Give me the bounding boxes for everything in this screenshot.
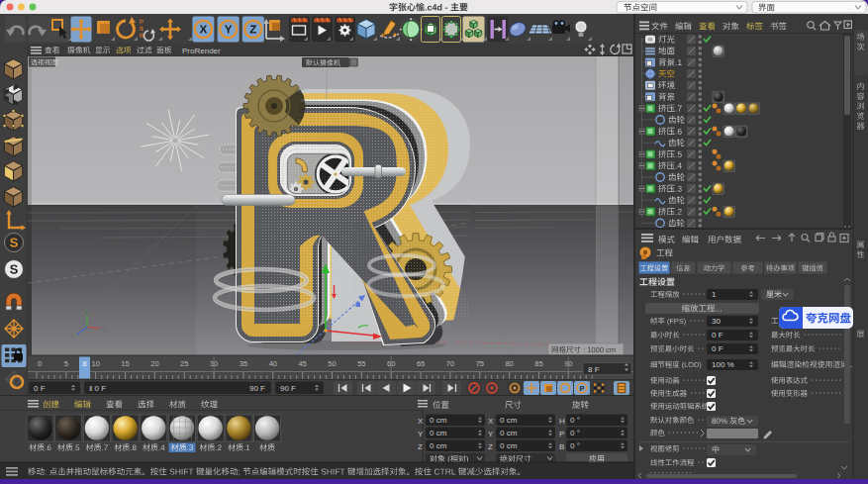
svg-text:100 %: 100 % bbox=[712, 360, 734, 369]
svg-text:x: x bbox=[102, 327, 105, 333]
svg-text:25: 25 bbox=[180, 359, 188, 368]
svg-text:X: X bbox=[418, 417, 424, 426]
svg-text:55: 55 bbox=[357, 359, 365, 368]
svg-text:65: 65 bbox=[417, 359, 425, 368]
svg-text:0 °: 0 ° bbox=[570, 429, 580, 437]
svg-text:50: 50 bbox=[328, 359, 336, 368]
svg-text:90 F: 90 F bbox=[249, 384, 265, 393]
svg-text:y: y bbox=[84, 308, 87, 314]
svg-text:8: 8 bbox=[82, 359, 87, 368]
svg-text:85: 85 bbox=[534, 359, 542, 368]
svg-text:90 F: 90 F bbox=[280, 384, 296, 393]
svg-text:35: 35 bbox=[240, 359, 247, 368]
svg-text:Y: Y bbox=[488, 430, 494, 438]
svg-text:5: 5 bbox=[64, 359, 68, 368]
svg-text:Y: Y bbox=[418, 430, 424, 438]
svg-text:0 F: 0 F bbox=[712, 331, 723, 339]
svg-text:0 cm: 0 cm bbox=[430, 429, 447, 437]
svg-text:70: 70 bbox=[446, 359, 454, 368]
svg-text:0 cm: 0 cm bbox=[500, 429, 518, 437]
svg-text:15: 15 bbox=[121, 359, 129, 368]
svg-text:0 cm: 0 cm bbox=[430, 441, 447, 450]
svg-text:40: 40 bbox=[269, 359, 277, 368]
svg-text:0 cm: 0 cm bbox=[430, 416, 447, 425]
svg-text:H: H bbox=[559, 417, 565, 426]
svg-text:0 °: 0 ° bbox=[570, 441, 580, 450]
svg-text:Z: Z bbox=[418, 442, 423, 451]
svg-text:80: 80 bbox=[505, 359, 513, 368]
svg-text:1: 1 bbox=[712, 290, 717, 299]
svg-text:ProRender: ProRender bbox=[182, 47, 221, 55]
svg-text:20: 20 bbox=[150, 359, 158, 368]
svg-text:B: B bbox=[559, 442, 564, 451]
svg-text:0 cm: 0 cm bbox=[500, 416, 518, 425]
svg-text:75: 75 bbox=[476, 359, 484, 368]
svg-text:Z: Z bbox=[488, 442, 493, 451]
svg-text:0 F: 0 F bbox=[34, 384, 46, 393]
svg-text:0 cm: 0 cm bbox=[500, 441, 518, 450]
svg-text:z: z bbox=[71, 333, 74, 339]
svg-text:P: P bbox=[559, 430, 564, 438]
svg-text:30: 30 bbox=[712, 317, 721, 326]
svg-text:45: 45 bbox=[298, 359, 306, 368]
svg-text:0 F: 0 F bbox=[712, 344, 723, 353]
svg-text:10: 10 bbox=[92, 359, 100, 368]
svg-text:X: X bbox=[488, 417, 494, 426]
svg-text:0: 0 bbox=[38, 359, 42, 368]
svg-text:8 F: 8 F bbox=[588, 365, 600, 374]
svg-text:‖ 0 F: ‖ 0 F bbox=[89, 384, 106, 393]
svg-text:0 °: 0 ° bbox=[570, 416, 580, 425]
